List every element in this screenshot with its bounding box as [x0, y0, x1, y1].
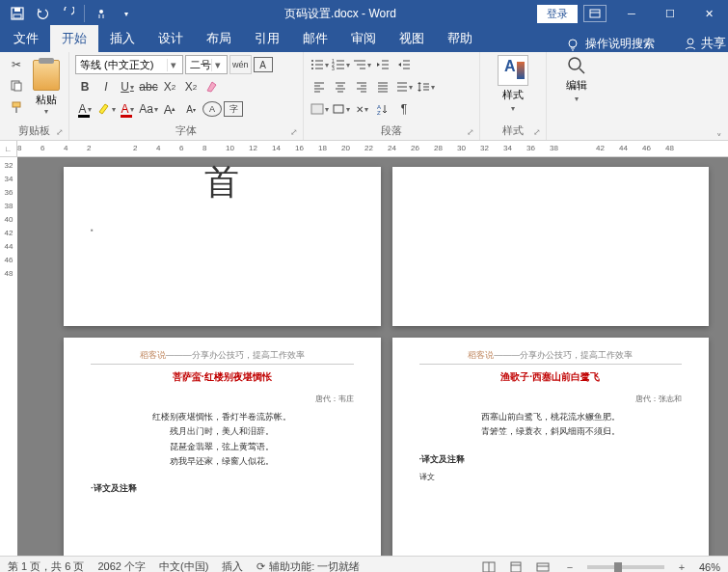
status-bar: 第 1 页，共 6 页 2062 个字 中文(中国) 插入 ⟳辅助功能: 一切就… — [0, 556, 728, 572]
distributed-button[interactable]: ▾ — [394, 77, 414, 96]
minimize-button[interactable]: ─ — [612, 2, 651, 25]
clipboard-launcher-icon[interactable]: ⤢ — [56, 127, 66, 137]
cut-icon[interactable]: ✂ — [6, 55, 27, 74]
login-button[interactable]: 登录 — [537, 5, 578, 23]
paste-icon — [33, 60, 60, 91]
char-shading-button[interactable]: Aa▾ — [139, 99, 158, 119]
page-2[interactable] — [392, 167, 710, 326]
align-right-button[interactable] — [352, 77, 371, 96]
close-button[interactable]: ✕ — [689, 2, 728, 25]
page-3[interactable]: 稻客说———分享办公技巧，提高工作效率 菩萨蛮·红楼别夜堪惆怅 唐代：韦庄 红楼… — [64, 338, 381, 556]
tab-review[interactable]: 审阅 — [339, 25, 388, 52]
paragraph-launcher-icon[interactable]: ⤢ — [467, 127, 476, 137]
status-mode[interactable]: 插入 — [222, 559, 243, 572]
font-size-combo[interactable]: 二号▾ — [185, 55, 228, 74]
zoom-out-button[interactable]: − — [560, 559, 580, 573]
asian-layout-button[interactable]: ✕▾ — [352, 99, 371, 119]
view-web-layout-icon[interactable] — [533, 559, 553, 573]
sort-button[interactable]: AZ — [373, 99, 392, 119]
view-read-mode-icon[interactable] — [479, 559, 499, 573]
tab-layout[interactable]: 布局 — [195, 25, 243, 52]
shading-button[interactable]: ▾ — [310, 99, 329, 119]
tab-insert[interactable]: 插入 — [98, 25, 147, 52]
tab-mail[interactable]: 邮件 — [291, 25, 339, 52]
zoom-thumb[interactable] — [614, 562, 622, 572]
bullets-button[interactable]: ▾ — [310, 55, 329, 74]
status-a11y[interactable]: ⟳辅助功能: 一切就绪 — [256, 559, 360, 572]
ribbon-display-icon[interactable] — [583, 5, 607, 22]
font-launcher-icon[interactable]: ⤢ — [290, 127, 300, 137]
font-color-button[interactable]: A▾ — [118, 99, 137, 119]
styles-button[interactable]: 样式 ▾ — [498, 55, 528, 113]
superscript-button[interactable]: X2 — [181, 77, 201, 96]
tab-file[interactable]: 文件 — [2, 25, 50, 52]
tab-design[interactable]: 设计 — [147, 25, 195, 52]
tab-selector[interactable]: ∟ — [0, 141, 17, 156]
svg-rect-11 — [14, 83, 21, 91]
format-painter-icon[interactable] — [6, 97, 27, 117]
styles-launcher-icon[interactable]: ⤢ — [533, 127, 543, 137]
multilevel-list-button[interactable]: ▾ — [352, 55, 371, 74]
group-label-paragraph: 段落 — [304, 123, 479, 138]
paste-button[interactable]: 粘贴 ▾ — [29, 55, 63, 121]
phonetic-guide-button[interactable]: wén — [229, 55, 252, 74]
font-name-combo[interactable]: 等线 (中文正文)▾ — [75, 55, 183, 74]
undo-icon[interactable] — [31, 2, 54, 25]
line-spacing-button[interactable]: ▾ — [416, 77, 435, 96]
increase-indent-button[interactable] — [394, 55, 414, 74]
redo-icon[interactable] — [56, 2, 79, 25]
save-icon[interactable] — [6, 2, 29, 25]
status-words[interactable]: 2062 个字 — [97, 559, 146, 572]
svg-rect-13 — [15, 107, 17, 113]
subscript-button[interactable]: X2 — [160, 77, 179, 96]
tab-home[interactable]: 开始 — [50, 25, 98, 52]
page4-sub: 译文 — [419, 472, 683, 482]
page-1[interactable]: 首 ▪ — [64, 167, 381, 326]
horizontal-ruler[interactable]: ∟ 8642 246810121416182022242628303234363… — [0, 141, 728, 157]
zoom-level[interactable]: 46% — [699, 561, 720, 573]
highlight-color-button[interactable]: ▾ — [96, 99, 116, 119]
page4-title: 渔歌子·西塞山前白鹭飞 — [419, 370, 683, 384]
tell-me-search[interactable]: 操作说明搜索 — [585, 36, 655, 52]
clear-formatting-icon[interactable] — [202, 77, 222, 96]
strikethrough-button[interactable]: abc — [139, 77, 158, 96]
page-4[interactable]: 稻客说———分享办公技巧，提高工作效率 渔歌子·西塞山前白鹭飞 唐代：张志和 西… — [392, 338, 710, 556]
zoom-slider[interactable] — [587, 565, 664, 569]
vertical-ruler[interactable]: 323436384042444648 — [0, 157, 17, 556]
hdr-slogan: ———分享办公技巧，提高工作效率 — [494, 350, 633, 360]
grow-font-button[interactable]: A▴ — [160, 99, 179, 119]
touch-mode-icon[interactable] — [90, 2, 113, 25]
collapse-ribbon-icon[interactable]: ˬ — [716, 123, 722, 136]
change-case-button[interactable]: 字 — [224, 101, 243, 117]
tab-help[interactable]: 帮助 — [436, 25, 484, 52]
share-label: 共享 — [701, 35, 726, 52]
status-page[interactable]: 第 1 页，共 6 页 — [8, 559, 84, 572]
editing-button[interactable]: 编辑 ▾ — [566, 55, 587, 103]
underline-button[interactable]: U▾ — [118, 77, 137, 96]
show-marks-button[interactable]: ¶ — [394, 99, 414, 119]
shrink-font-button[interactable]: A▾ — [181, 99, 201, 119]
qat-dropdown-icon[interactable]: ▾ — [115, 2, 138, 25]
window-controls: 登录 ─ ☐ ✕ — [537, 2, 728, 25]
bold-button[interactable]: B — [75, 77, 94, 96]
find-icon — [566, 55, 587, 76]
svg-point-9 — [688, 39, 693, 44]
justify-button[interactable] — [373, 77, 392, 96]
enclose-char-button[interactable]: A — [202, 101, 222, 117]
italic-button[interactable]: I — [96, 77, 116, 96]
zoom-in-button[interactable]: + — [672, 559, 691, 573]
maximize-button[interactable]: ☐ — [651, 2, 689, 25]
borders-button[interactable]: ▾ — [331, 99, 350, 119]
numbering-button[interactable]: 123▾ — [331, 55, 350, 74]
text-highlight-button[interactable]: A▾ — [75, 99, 94, 119]
tab-references[interactable]: 引用 — [243, 25, 291, 52]
view-print-layout-icon[interactable] — [506, 559, 526, 573]
decrease-indent-button[interactable] — [373, 55, 392, 74]
share-button[interactable]: 共享 — [684, 35, 726, 52]
align-left-button[interactable] — [310, 77, 329, 96]
status-lang[interactable]: 中文(中国) — [159, 559, 208, 572]
align-center-button[interactable] — [331, 77, 350, 96]
copy-icon[interactable] — [6, 76, 27, 95]
tab-view[interactable]: 视图 — [388, 25, 436, 52]
char-border-button[interactable]: A — [254, 57, 273, 72]
